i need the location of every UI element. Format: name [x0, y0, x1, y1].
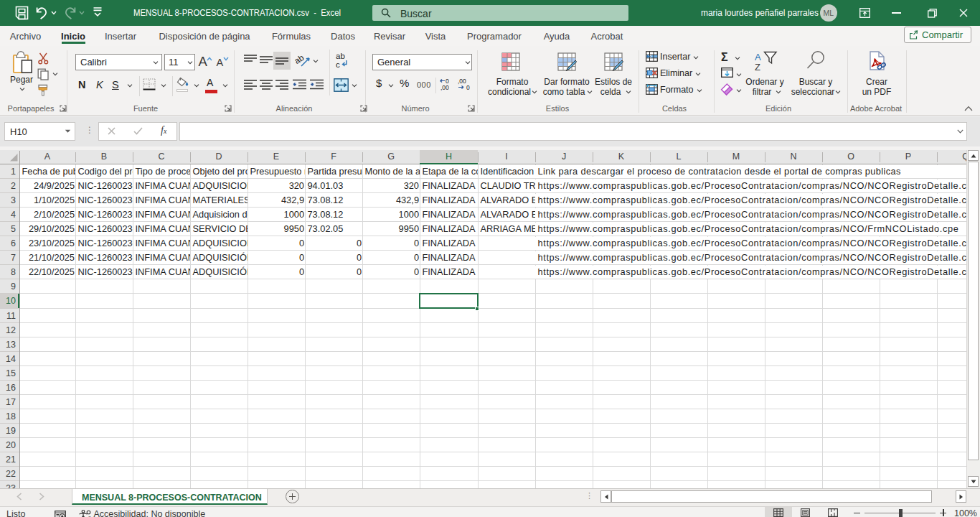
- svg-text:c: c: [336, 60, 340, 69]
- svg-text:,00: ,00: [440, 84, 449, 91]
- svg-text:ab: ab: [336, 52, 345, 60]
- svg-text:,00: ,00: [458, 78, 466, 85]
- svg-text:A: A: [755, 52, 761, 62]
- svg-text:0: 0: [466, 84, 470, 91]
- svg-text:Z: Z: [755, 62, 760, 73]
- svg-text:a: a: [88, 514, 91, 517]
